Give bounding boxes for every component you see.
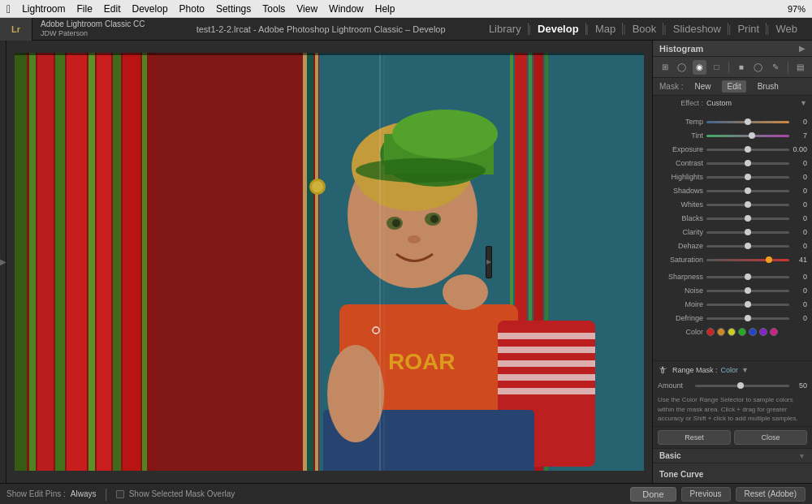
slider-noise-thumb[interactable] — [745, 287, 751, 294]
module-slideshow[interactable]: Slideshow — [667, 23, 728, 35]
mask-new-button[interactable]: New — [689, 80, 715, 93]
range-amount-row: Amount 50 — [658, 379, 807, 392]
slider-defringe-thumb[interactable] — [745, 315, 751, 321]
slider-exposure-track[interactable] — [706, 144, 789, 154]
slider-highlights-track[interactable] — [706, 172, 789, 182]
module-web[interactable]: Web — [770, 23, 805, 35]
color-dot-blue[interactable] — [749, 328, 757, 336]
slider-moire-thumb[interactable] — [745, 301, 751, 308]
menu-settings[interactable]: Settings — [216, 3, 251, 15]
show-mask-checkbox[interactable] — [116, 490, 124, 498]
slider-whites-thumb[interactable] — [745, 201, 751, 208]
tool-crop-icon[interactable]: ◯ — [675, 60, 689, 75]
tool-slider-icon[interactable]: ▤ — [793, 60, 807, 75]
color-dot-yellow[interactable] — [728, 328, 736, 336]
menu-window[interactable]: Window — [329, 3, 364, 15]
slider-tint-thumb[interactable] — [749, 132, 755, 139]
range-mask-dropdown-icon[interactable]: ▼ — [741, 366, 749, 374]
slider-dehaze-thumb[interactable] — [745, 243, 751, 249]
lr-app-info: Adobe Lightroom Classic CC JDW Paterson — [32, 19, 153, 39]
left-panel-toggle[interactable]: ▶ — [0, 41, 6, 483]
tool-brush-icon[interactable]: ✎ — [769, 60, 783, 75]
mask-brush-button[interactable]: Brush — [753, 80, 784, 93]
basic-collapse-icon[interactable]: ▼ — [798, 452, 806, 460]
slider-tint-track[interactable] — [706, 131, 789, 140]
slider-row-tint: Tint 7 — [653, 129, 812, 142]
color-dot-purple[interactable] — [759, 328, 767, 336]
range-amount-track[interactable] — [695, 385, 789, 387]
menu-file[interactable]: File — [77, 3, 93, 15]
bottom-left: Show Edit Pins : Always | Show Selected … — [6, 487, 622, 502]
slider-sharpness-track[interactable] — [706, 272, 789, 282]
slider-moire-track[interactable] — [706, 299, 789, 309]
slider-saturation-thumb[interactable] — [766, 256, 772, 263]
tool-heal-icon[interactable]: ◉ — [693, 60, 706, 75]
slider-shadows-track[interactable] — [706, 186, 789, 196]
show-edit-pins-value[interactable]: Always — [71, 489, 97, 498]
slider-blacks-thumb[interactable] — [745, 215, 751, 222]
panel-close-button[interactable]: Close — [734, 430, 807, 445]
module-book[interactable]: Book — [626, 23, 664, 35]
slider-defringe-label: Defringe — [658, 314, 706, 322]
slider-blacks-track[interactable] — [706, 213, 789, 223]
mask-edit-button[interactable]: Edit — [722, 80, 745, 93]
slider-whites-track[interactable] — [706, 200, 789, 209]
color-dot-magenta[interactable] — [770, 328, 778, 336]
slider-highlights-thumb[interactable] — [745, 174, 751, 180]
image-area: ROAR — [6, 41, 652, 483]
slider-exposure-thumb[interactable] — [745, 146, 751, 153]
slider-defringe-track[interactable] — [706, 313, 789, 323]
previous-button[interactable]: Previous — [681, 487, 731, 502]
menu-tools[interactable]: Tools — [262, 3, 285, 15]
slider-noise-track[interactable] — [706, 286, 789, 295]
reset-adobe-button[interactable]: Reset (Adobe) — [736, 487, 806, 502]
color-row: Color — [653, 325, 812, 338]
tool-redeye-icon[interactable]: □ — [710, 60, 723, 75]
slider-shadows-thumb[interactable] — [745, 187, 751, 194]
menu-lightroom[interactable]: Lightroom — [22, 3, 65, 15]
left-panel-arrow-icon: ▶ — [0, 257, 6, 266]
slider-temp-value: 0 — [789, 118, 807, 126]
slider-contrast-track[interactable] — [706, 158, 789, 168]
slider-sharpness-thumb[interactable] — [745, 274, 751, 280]
effect-dropdown-icon[interactable]: ▼ — [800, 99, 807, 107]
done-button[interactable]: Done — [630, 487, 676, 502]
tool-grid-icon[interactable]: ⊞ — [658, 60, 672, 75]
slider-clarity-label: Clarity — [658, 228, 706, 236]
app-name-label: Adobe Lightroom Classic CC — [41, 19, 145, 29]
menu-help[interactable]: Help — [375, 3, 395, 15]
menu-edit[interactable]: Edit — [104, 3, 121, 15]
tool-grad-icon[interactable]: ■ — [734, 60, 748, 75]
range-mask-type[interactable]: Color — [721, 366, 739, 374]
color-dot-orange[interactable] — [717, 328, 725, 336]
tool-strip: ⊞ ◯ ◉ □ ■ ◯ ✎ ▤ — [653, 57, 812, 78]
slider-clarity-thumb[interactable] — [745, 229, 751, 235]
menu-view[interactable]: View — [296, 3, 317, 15]
color-dot-red[interactable] — [706, 328, 715, 336]
color-dots[interactable] — [706, 328, 778, 336]
module-print[interactable]: Print — [731, 23, 767, 35]
color-dot-green[interactable] — [738, 328, 746, 336]
svg-rect-49 — [15, 53, 644, 471]
slider-dehaze-track[interactable] — [706, 241, 789, 251]
slider-clarity-track[interactable] — [706, 227, 789, 237]
bottom-bar: Show Edit Pins : Always | Show Selected … — [0, 483, 812, 504]
slider-temp-thumb[interactable] — [745, 118, 751, 125]
panel-reset-button[interactable]: Reset — [658, 430, 731, 445]
right-panel-toggle[interactable]: ▶ — [486, 246, 492, 278]
apple-menu[interactable]:  — [6, 2, 11, 15]
menu-develop[interactable]: Develop — [132, 3, 168, 15]
module-develop[interactable]: Develop — [531, 23, 586, 35]
module-map[interactable]: Map — [589, 23, 623, 35]
slider-saturation-track[interactable] — [706, 255, 789, 265]
range-amount-thumb[interactable] — [737, 382, 744, 389]
slider-row-dehaze: Dehaze 0 — [653, 239, 812, 252]
slider-contrast-thumb[interactable] — [745, 160, 751, 166]
tool-radial-icon[interactable]: ◯ — [751, 60, 765, 75]
slider-temp-track[interactable] — [706, 117, 789, 127]
menu-photo[interactable]: Photo — [179, 3, 205, 15]
mask-header: Mask : New Edit Brush — [653, 78, 812, 96]
module-library[interactable]: Library — [489, 23, 529, 35]
effect-value[interactable]: Custom — [706, 99, 800, 107]
histogram-collapse-icon[interactable]: ▶ — [799, 44, 806, 53]
